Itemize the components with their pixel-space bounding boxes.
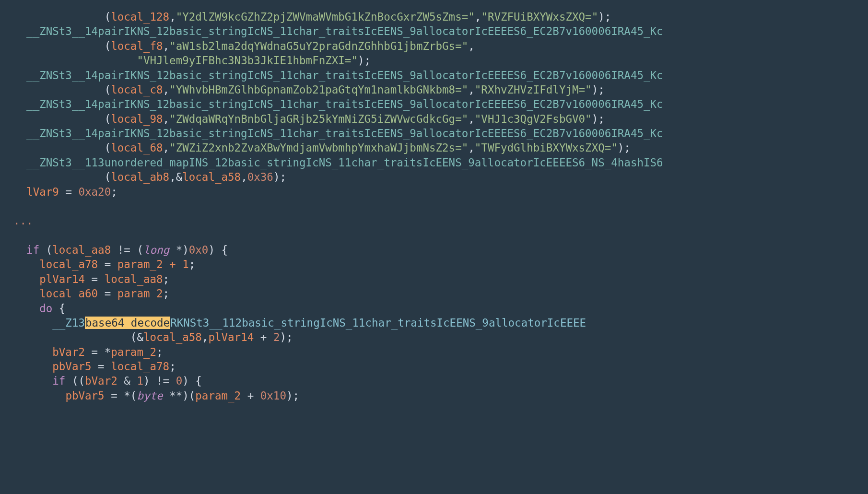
number-literal: 0x10 <box>260 389 286 402</box>
string-literal: "TWFydGlhbiBXYWxsZXQ=" <box>475 141 618 154</box>
number-literal: 0x36 <box>247 171 273 183</box>
highlight-base64-decode: base64_decode <box>85 317 170 329</box>
string-literal: "VHJlem9yIFBhc3N3b3JkIE1hbmFnZXI=" <box>137 54 358 67</box>
assign-lhs: plVar14 <box>39 273 85 285</box>
keyword-if: if <box>52 375 65 387</box>
assign-rhs: param_2 <box>117 287 163 300</box>
code-line: (local_98,"ZWdqaWRqYnBnbGljaGRjb25kYmNiZ… <box>13 113 605 125</box>
code-line: __Z13base64_decodeRKNSt3__112basic_strin… <box>13 317 586 329</box>
string-literal: "ZWZiZ2xnb2ZvaXBwYmdjamVwbmhpYmxhaWJjbmN… <box>169 141 468 154</box>
assign-rhs: param_2 + 1 <box>117 258 189 271</box>
number-literal: 0x0 <box>189 244 209 256</box>
assign-rhs: local_a78 <box>111 360 169 373</box>
code-line: __ZNSt3__14pairIKNS_12basic_stringIcNS_1… <box>13 25 663 37</box>
code-line: pbVar5 = *(byte **)(param_2 + 0x10); <box>13 389 299 402</box>
code-line: if ((bVar2 & 1) != 0) { <box>13 375 202 387</box>
arg-var: local_c8 <box>111 83 163 96</box>
code-line: local_a60 = param_2; <box>13 287 169 300</box>
number-literal: 0 <box>176 375 183 387</box>
code-line: __ZNSt3__14pairIKNS_12basic_stringIcNS_1… <box>13 98 663 110</box>
code-line: (local_f8,"aW1sb2lma2dqYWdnaG5uY2praGdnZ… <box>13 40 475 52</box>
mangled-fn: __ZNSt3__14pairIKNS_12basic_stringIcNS_1… <box>26 98 663 110</box>
cond-type: long <box>143 244 169 256</box>
cast-type: byte <box>137 389 163 402</box>
string-literal: "Y2dlZW9kcGZhZ2pjZWVmaWVmbG1kZnBocGxrZW5… <box>176 11 475 23</box>
arg-var: local_98 <box>111 113 163 125</box>
number-literal: 2 <box>273 331 280 343</box>
arg-var: local_a58 <box>143 331 202 343</box>
keyword-if: if <box>26 244 39 256</box>
code-line: __ZNSt3__113unordered_mapINS_12basic_str… <box>13 156 663 169</box>
string-literal: "RXhvZHVzIFdlYjM=" <box>475 83 592 96</box>
string-literal: "RVZFUiBXYWxsZXQ=" <box>481 11 598 23</box>
cond-var: bVar2 <box>85 375 117 387</box>
code-line: do { <box>13 302 65 315</box>
keyword-do: do <box>39 302 52 315</box>
decompiled-code-block: (local_128,"Y2dlZW9kcGZhZ2pjZWVmaWVmbG1k… <box>0 0 868 412</box>
cond-var: local_aa8 <box>52 244 111 256</box>
code-line: "VHJlem9yIFBhc3N3b3JkIE1hbmFnZXI="); <box>13 54 371 67</box>
number-literal: 0xa20 <box>78 186 111 198</box>
arg-var: local_f8 <box>111 40 163 52</box>
arg-var: local_ab8 <box>111 171 169 183</box>
arg-var: local_128 <box>111 11 169 23</box>
code-line: __ZNSt3__14pairIKNS_12basic_stringIcNS_1… <box>13 69 663 82</box>
assign-lhs: local_a78 <box>39 258 98 271</box>
code-line: (local_128,"Y2dlZW9kcGZhZ2pjZWVmaWVmbG1k… <box>13 11 611 23</box>
mangled-fn: __ZNSt3__14pairIKNS_12basic_stringIcNS_1… <box>26 25 663 37</box>
string-literal: "ZWdqaWRqYnBnbGljaGRjb25kYmNiZG5iZWVwcGd… <box>169 113 468 125</box>
code-line: pbVar5 = local_a78; <box>13 360 176 373</box>
mangled-fn-suffix: RKNSt3__112basic_stringIcNS_11char_trait… <box>170 317 586 329</box>
code-line: local_a78 = param_2 + 1; <box>13 258 195 271</box>
mangled-fn: __ZNSt3__14pairIKNS_12basic_stringIcNS_1… <box>26 127 663 140</box>
string-literal: "aW1sb2lma2dqYWdnaG5uY2praGdnZGhhbG1jbmZ… <box>169 40 468 52</box>
code-line: (local_68,"ZWZiZ2xnb2ZvaXBwYmdjamVwbmhpY… <box>13 141 631 154</box>
assign-lhs: pbVar5 <box>52 360 91 373</box>
arg-var: local_68 <box>111 141 163 154</box>
assign-lhs: bVar2 <box>52 346 85 358</box>
code-line: if (local_aa8 != (long *)0x0) { <box>13 244 228 256</box>
code-line: bVar2 = *param_2; <box>13 346 163 358</box>
assign-lhs: local_a60 <box>39 287 98 300</box>
number-literal: 1 <box>137 375 143 387</box>
assign-lhs: lVar9 <box>26 186 59 198</box>
code-line: lVar9 = 0xa20; <box>13 186 117 198</box>
string-literal: "YWhvbHBmZGlhbGpnamZob21paGtqYm1namlkbGN… <box>169 83 468 96</box>
ellipsis: ... <box>13 214 33 227</box>
mangled-fn: __ZNSt3__14pairIKNS_12basic_stringIcNS_1… <box>26 69 663 82</box>
code-line: (local_ab8,&local_a58,0x36); <box>13 171 286 183</box>
assign-rhs: local_aa8 <box>105 273 163 285</box>
expr-var: param_2 <box>195 389 241 402</box>
code-line: (local_c8,"YWhvbHBmZGlhbGpnamZob21paGtqY… <box>13 83 605 96</box>
code-line: (&local_a58,plVar14 + 2); <box>13 331 293 343</box>
assign-rhs: param_2 <box>111 346 156 358</box>
arg-var: plVar14 <box>208 331 254 343</box>
code-line: __ZNSt3__14pairIKNS_12basic_stringIcNS_1… <box>13 127 663 140</box>
mangled-fn-prefix: __Z13 <box>52 317 85 329</box>
mangled-fn: __ZNSt3__113unordered_mapINS_12basic_str… <box>26 156 663 169</box>
string-literal: "VHJ1c3QgV2FsbGV0" <box>475 113 592 125</box>
arg-var: local_a58 <box>182 171 241 183</box>
code-line: plVar14 = local_aa8; <box>13 273 169 285</box>
assign-lhs: pbVar5 <box>65 389 104 402</box>
